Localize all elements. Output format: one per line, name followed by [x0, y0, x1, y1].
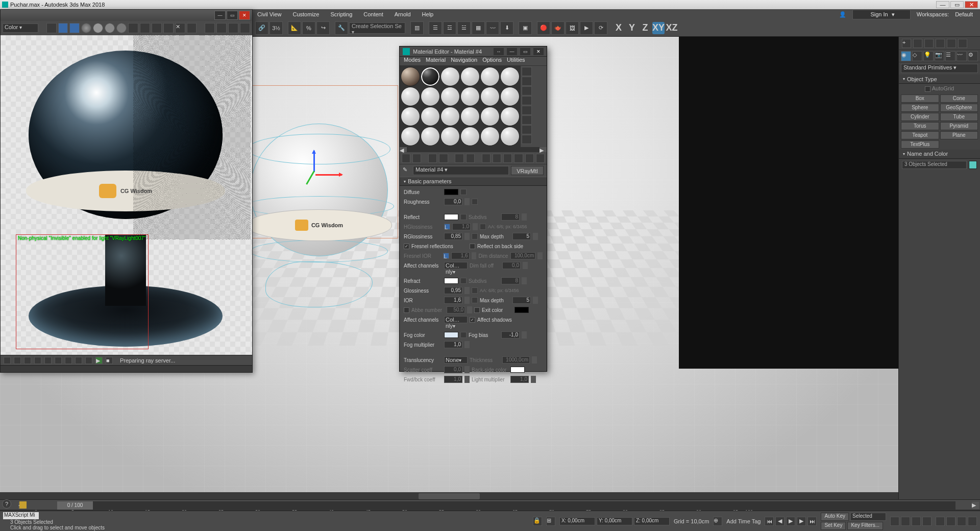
sample-select[interactable]: [522, 125, 532, 134]
sample-backlight[interactable]: [522, 77, 532, 86]
scatter-spinner[interactable]: 0,0: [444, 366, 462, 373]
cp-add[interactable]: +: [902, 39, 911, 48]
dimfall-spinner[interactable]: 0,0: [502, 262, 521, 269]
axis-xz[interactable]: XZ: [666, 22, 678, 34]
sample-slot[interactable]: [421, 127, 440, 146]
sample-slot[interactable]: [460, 107, 480, 126]
minimize-button[interactable]: —: [936, 1, 949, 8]
rollout-basic-params[interactable]: Basic parameters: [400, 177, 547, 186]
render-prev7[interactable]: [65, 357, 72, 364]
tool-render-setup[interactable]: 🫖: [551, 21, 565, 35]
sample-hscroll[interactable]: ◀▶: [400, 147, 547, 152]
sample-slot[interactable]: [421, 87, 440, 106]
cp-t6[interactable]: [958, 39, 967, 48]
tool-percent-snap[interactable]: ↪: [316, 21, 330, 35]
isolate-toggle[interactable]: ⊞: [546, 517, 555, 526]
create-geosphere[interactable]: GeoSphere: [940, 104, 978, 112]
rollout-name-color[interactable]: Name and Color: [899, 150, 980, 159]
render-channel-b[interactable]: [116, 23, 127, 33]
keymode-dropdown[interactable]: Selected: [850, 513, 886, 521]
fogmult-spinner[interactable]: 1,0: [444, 341, 462, 348]
ior-spinner[interactable]: 1,6: [444, 297, 462, 304]
category-dropdown[interactable]: Standard Primitives ▾: [901, 64, 978, 73]
cp-t2[interactable]: [913, 39, 922, 48]
coord-z[interactable]: Z: 0,00cm: [634, 517, 670, 525]
mtl-id[interactable]: [493, 154, 501, 163]
menu-customize[interactable]: Customize: [290, 10, 321, 18]
viewport-nav-2[interactable]: [901, 517, 910, 526]
sample-slot[interactable]: [401, 87, 420, 106]
sample-slot[interactable]: [401, 127, 420, 146]
affectshadow-checkbox[interactable]: ✓: [470, 317, 475, 323]
tab-geometry[interactable]: ◉: [901, 51, 911, 61]
render-prev[interactable]: [4, 357, 11, 364]
autokey-button[interactable]: Auto Key: [821, 513, 849, 521]
tool-3d[interactable]: 3½: [270, 21, 283, 35]
matedit-menu-material[interactable]: Material: [426, 57, 446, 65]
sample-slot[interactable]: [480, 127, 500, 146]
viewport-nav-8[interactable]: [968, 517, 977, 526]
time-thumb[interactable]: 0 / 100: [57, 501, 93, 510]
tool-link[interactable]: 🔗: [255, 21, 268, 35]
create-torus[interactable]: Torus: [901, 122, 939, 130]
coord-x[interactable]: X: 0,00cm: [559, 517, 595, 525]
show-map[interactable]: [503, 154, 512, 163]
fwdbck-spinner[interactable]: 1,0: [444, 376, 462, 383]
reset-map[interactable]: [439, 154, 448, 163]
tool-render-last[interactable]: ⟳: [594, 21, 607, 35]
sample-slot[interactable]: [440, 127, 460, 146]
render-clear[interactable]: ✕: [175, 23, 185, 33]
put-to-scene[interactable]: [412, 154, 421, 163]
sample-slot[interactable]: [480, 67, 500, 86]
maxdepth-spinner[interactable]: 5: [512, 233, 531, 240]
viewport-nav-6[interactable]: [946, 517, 955, 526]
create-tube[interactable]: Tube: [940, 113, 978, 121]
fresnelior-spinner[interactable]: 1,6: [451, 252, 469, 259]
abbe-checkbox[interactable]: [404, 307, 409, 313]
keyfilters-button[interactable]: Key Filters...: [847, 522, 883, 530]
pick-material-icon[interactable]: ✎: [403, 166, 411, 175]
tool-angle-snap[interactable]: %: [302, 21, 315, 35]
tab-systems[interactable]: ⚙: [968, 51, 978, 61]
render-channel-g[interactable]: [105, 23, 115, 33]
subdivs2-spinner[interactable]: 8: [501, 277, 520, 284]
subdivs-spinner[interactable]: 8: [501, 213, 520, 221]
show-end[interactable]: [514, 154, 523, 163]
get-material[interactable]: [402, 154, 410, 163]
selection-set-dropdown[interactable]: Create Selection Se ▾: [349, 22, 405, 34]
render-maximize[interactable]: ▭: [227, 11, 238, 20]
coord-y[interactable]: Y: 0,00cm: [597, 517, 632, 525]
viewport-nav-3[interactable]: [912, 517, 921, 526]
gizmo-y-axis[interactable]: [306, 171, 315, 184]
roughness-spinner[interactable]: 0,0: [444, 198, 462, 205]
matedit-menu-options[interactable]: Options: [482, 57, 502, 65]
axis-x[interactable]: X: [612, 22, 625, 34]
sample-slot[interactable]: [500, 127, 520, 146]
goto-start[interactable]: ⏮: [765, 517, 774, 526]
workspaces-selector[interactable]: Workspaces: Default: [915, 10, 975, 18]
affect2-dropdown[interactable]: Col…nly▾: [444, 316, 468, 323]
fogbias-spinner[interactable]: -1,0: [501, 331, 520, 339]
tool-align3[interactable]: ☱: [457, 21, 471, 35]
go-sibling[interactable]: [536, 154, 545, 163]
refract-color[interactable]: [444, 278, 458, 284]
maxscript-listener[interactable]: MAXScript Mi: [3, 512, 39, 519]
menu-civilview[interactable]: Civil View: [255, 10, 283, 18]
matedit-menu-navigation[interactable]: Navigation: [451, 57, 477, 65]
tool-curve[interactable]: 〰: [486, 21, 499, 35]
sample-video[interactable]: [522, 106, 532, 115]
signin-button[interactable]: Sign In ▾: [852, 10, 910, 19]
render-region4[interactable]: [240, 23, 250, 33]
matedit-titlebar[interactable]: Material Editor - Material #4 ↔ — ▭ ✕: [400, 46, 547, 57]
tool-layers[interactable]: ▦: [472, 21, 485, 35]
matedit-menu-modes[interactable]: Modes: [404, 57, 421, 65]
render-tool-3[interactable]: [69, 23, 80, 33]
render-tool-1[interactable]: [46, 23, 57, 33]
render-region[interactable]: [205, 23, 215, 33]
create-plane[interactable]: Plane: [940, 131, 978, 139]
sample-type[interactable]: [522, 67, 532, 76]
tool-spinner-snap[interactable]: 🔧: [335, 21, 348, 35]
menu-help[interactable]: Help: [420, 10, 436, 18]
matedit-close[interactable]: ✕: [533, 48, 544, 55]
make-unique[interactable]: [466, 154, 475, 163]
